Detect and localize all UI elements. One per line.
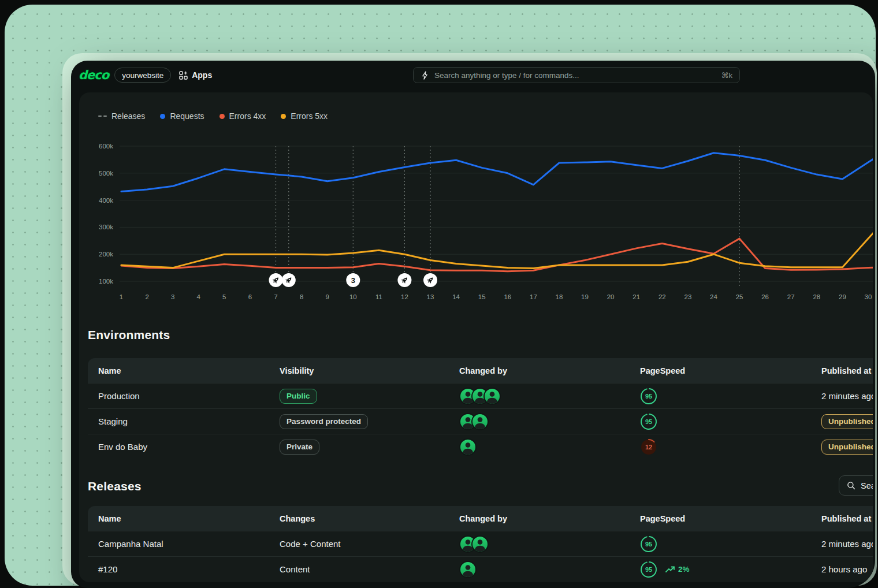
apps-grid-icon xyxy=(179,71,188,80)
dot-swatch xyxy=(281,114,286,119)
pagespeed-ring: 12 xyxy=(640,438,657,456)
release-marker[interactable] xyxy=(423,273,437,287)
avatar-group xyxy=(459,561,477,578)
svg-text:3: 3 xyxy=(351,276,355,285)
svg-text:5: 5 xyxy=(222,293,226,300)
svg-text:29: 29 xyxy=(839,293,846,300)
svg-text:25: 25 xyxy=(736,293,743,300)
release-marker[interactable] xyxy=(269,273,283,287)
avatar-group xyxy=(459,535,489,553)
legend-item-requests[interactable]: Requests xyxy=(160,111,204,121)
legend-item-releases[interactable]: Releases xyxy=(98,111,145,121)
svg-text:19: 19 xyxy=(581,293,589,300)
apps-menu-button[interactable]: Apps xyxy=(179,70,212,80)
svg-text:2: 2 xyxy=(145,293,148,300)
svg-text:10: 10 xyxy=(349,293,357,300)
row-name: Campanha Natal xyxy=(98,539,163,549)
column-header: Published at xyxy=(821,358,873,383)
svg-text:21: 21 xyxy=(633,293,640,300)
svg-text:18: 18 xyxy=(556,293,563,300)
traffic-chart: 600k500k400k300k200k100k1234567891011121… xyxy=(79,139,873,312)
avatar-group xyxy=(459,438,477,456)
avatar xyxy=(471,413,489,430)
table-header: NameChangesChanged byPageSpeedPublished … xyxy=(88,506,873,531)
svg-text:9: 9 xyxy=(325,293,329,300)
topbar: deco yourwebsite Apps Search anything or… xyxy=(71,61,875,90)
release-marker[interactable]: 3 xyxy=(346,273,360,287)
svg-text:7: 7 xyxy=(274,293,277,300)
releases-search-button[interactable]: Search xyxy=(839,475,873,496)
svg-text:14: 14 xyxy=(452,293,460,300)
svg-text:3: 3 xyxy=(171,293,174,300)
dash-swatch xyxy=(98,116,107,117)
environments-table: NameVisibilityChanged byPageSpeedPublish… xyxy=(88,358,873,459)
pagespeed-ring: 95 xyxy=(640,388,657,405)
global-search-input[interactable]: Search anything or type / for commands..… xyxy=(413,67,740,83)
visibility-badge: Password protected xyxy=(280,414,368,429)
avatar-group xyxy=(459,388,501,405)
table-row[interactable]: Env do BabyPrivate 12Unpublished xyxy=(88,434,873,459)
svg-text:20: 20 xyxy=(607,293,615,300)
pagespeed-ring: 95 xyxy=(640,535,657,553)
svg-text:27: 27 xyxy=(787,293,795,300)
svg-text:300k: 300k xyxy=(99,224,113,230)
published-time: 2 minutes ago xyxy=(821,539,873,549)
svg-text:11: 11 xyxy=(375,293,382,300)
column-header: Name xyxy=(98,506,271,531)
row-name: Staging xyxy=(98,416,128,426)
avatar-group xyxy=(459,413,489,430)
series-requests xyxy=(121,153,873,192)
svg-text:400k: 400k xyxy=(99,197,113,204)
pagespeed-trend: 2% xyxy=(665,565,690,574)
svg-text:500k: 500k xyxy=(99,170,113,177)
legend-item-errors-4xx[interactable]: Errors 4xx xyxy=(220,111,266,121)
visibility-badge: Private xyxy=(280,440,319,455)
site-selector-button[interactable]: yourwebsite xyxy=(114,68,171,83)
release-marker[interactable] xyxy=(397,273,411,287)
chart-legend: ReleasesRequestsErrors 4xxErrors 5xx xyxy=(98,111,328,121)
apps-label: Apps xyxy=(192,70,212,80)
svg-text:26: 26 xyxy=(761,293,769,300)
row-name: Production xyxy=(98,391,140,401)
table-row[interactable]: #120Content 95 2%2 hours ago xyxy=(88,556,873,582)
row-changes: Code + Content xyxy=(280,539,341,549)
column-header: PageSpeed xyxy=(640,506,813,531)
column-header: Changed by xyxy=(459,358,633,383)
svg-text:13: 13 xyxy=(427,293,434,300)
table-row[interactable]: ProductionPublic 952 minutes ago xyxy=(88,383,873,408)
legend-item-errors-5xx[interactable]: Errors 5xx xyxy=(281,111,328,121)
app-window: deco yourwebsite Apps Search anything or… xyxy=(71,61,875,588)
svg-text:95: 95 xyxy=(645,566,652,573)
pagespeed-ring: 95 xyxy=(640,413,657,430)
svg-text:12: 12 xyxy=(401,293,408,300)
svg-text:95: 95 xyxy=(645,418,652,425)
svg-text:17: 17 xyxy=(530,293,537,300)
deco-logo[interactable]: deco xyxy=(79,68,109,82)
column-header: Changes xyxy=(280,506,453,531)
legend-label: Releases xyxy=(111,111,145,121)
visibility-badge: Public xyxy=(280,389,317,404)
table-row[interactable]: Campanha NatalCode + Content 952 minutes… xyxy=(88,531,873,556)
search-placeholder: Search anything or type / for commands..… xyxy=(434,71,716,80)
svg-text:28: 28 xyxy=(813,293,820,300)
release-marker[interactable] xyxy=(282,273,296,287)
svg-text:600k: 600k xyxy=(99,143,113,150)
avatar xyxy=(459,438,477,456)
svg-text:6: 6 xyxy=(248,293,252,300)
row-name: #120 xyxy=(98,564,117,574)
column-header: Changed by xyxy=(459,506,633,531)
svg-text:8: 8 xyxy=(300,293,303,300)
published-time: 2 minutes ago xyxy=(821,391,873,401)
releases-search-label: Search xyxy=(861,481,873,490)
dot-swatch xyxy=(160,114,165,119)
column-header: Name xyxy=(98,358,271,383)
column-header: PageSpeed xyxy=(640,358,813,383)
svg-text:200k: 200k xyxy=(99,251,113,258)
avatar xyxy=(459,561,477,578)
table-row[interactable]: StagingPassword protected 95Unpublished xyxy=(88,408,873,434)
avatar xyxy=(471,535,489,553)
svg-text:22: 22 xyxy=(658,293,666,300)
legend-label: Errors 4xx xyxy=(229,111,266,121)
svg-text:15: 15 xyxy=(478,293,486,300)
dot-swatch xyxy=(220,114,225,119)
